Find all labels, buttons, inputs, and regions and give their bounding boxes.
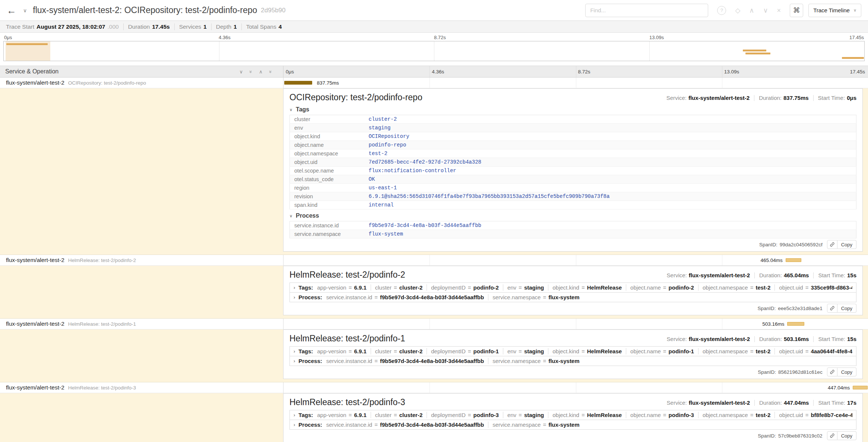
span-bar[interactable] bbox=[284, 81, 312, 85]
span-bar[interactable] bbox=[786, 258, 801, 262]
process-pair: service.instance.id=f9b5e97d-3cd4-4e8a-b… bbox=[326, 358, 488, 364]
help-icon[interactable]: ? bbox=[717, 6, 726, 15]
locate-icon[interactable]: ◇ bbox=[735, 7, 740, 14]
start-time-value: 15s bbox=[847, 336, 856, 342]
link-icon bbox=[830, 242, 835, 247]
timeline-collapse-controls: ∨ » ∧ » bbox=[240, 69, 272, 75]
process-value: f9b5e97d-3cd4-4e8a-b03f-3d44e5aaffbb bbox=[380, 294, 484, 300]
tag-pair: app-version=6.9.1 bbox=[316, 284, 371, 291]
tag-key: object.name bbox=[630, 412, 661, 418]
tags-label: Tags: bbox=[298, 348, 313, 354]
span-service-name: flux-system/alert-test-2 bbox=[6, 321, 64, 327]
tag-pair: env=staging bbox=[503, 348, 548, 354]
back-icon[interactable]: ← bbox=[7, 6, 16, 15]
process-value: f9b5e97d-3cd4-4e8a-b03f-3d44e5aaffbb bbox=[380, 422, 484, 428]
deep-link-button[interactable] bbox=[827, 431, 837, 440]
start-time-value: 0μs bbox=[847, 95, 856, 101]
timeline-header-left: Service & Operation ∨ » ∧ » bbox=[0, 66, 283, 77]
tag-key: cluster bbox=[290, 115, 364, 124]
process-summary-row[interactable]: › Process: service.instance.id=f9b5e97d-… bbox=[289, 356, 856, 366]
collapse-one-level-icon[interactable]: ∧ bbox=[259, 69, 263, 75]
tags-summary-row[interactable]: › Tags: app-version=6.9.1 cluster=cluste… bbox=[289, 346, 856, 356]
deep-link-button[interactable] bbox=[827, 240, 837, 249]
timeline-section: Service & Operation ∨ » ∧ » 0μs 4.36s 8.… bbox=[0, 66, 868, 442]
gridline bbox=[722, 255, 722, 265]
view-selector[interactable]: Trace Timeline ∨ bbox=[808, 4, 861, 17]
start-time-value: 17s bbox=[847, 400, 856, 406]
process-key: service.instance.id bbox=[290, 221, 364, 230]
tag-value: podinfo-3 bbox=[669, 412, 694, 418]
span-bar-cell[interactable]: 837.75ms bbox=[283, 78, 868, 88]
expand-one-level-icon[interactable]: ∨ bbox=[240, 69, 243, 75]
deep-link-button[interactable] bbox=[827, 367, 837, 376]
deep-link-button[interactable] bbox=[827, 304, 837, 313]
clear-search-icon[interactable]: × bbox=[777, 7, 781, 14]
process-key: service.instance.id bbox=[326, 294, 372, 300]
span-bar-cell[interactable]: 447.04ms bbox=[283, 382, 868, 393]
tag-key: object.namespace bbox=[703, 412, 748, 418]
trace-minimap[interactable] bbox=[3, 41, 865, 61]
tag-key: object.uid bbox=[290, 158, 364, 167]
next-result-icon[interactable]: ∨ bbox=[763, 7, 768, 14]
process-summary-row[interactable]: › Process: service.instance.id=f9b5e97d-… bbox=[289, 292, 856, 302]
tag-pair: object.name=podinfo-2 bbox=[626, 284, 698, 291]
process-value: f9b5e97d-3cd4-4e8a-b03f-3d44e5aaffbb bbox=[380, 358, 484, 364]
span-bar[interactable] bbox=[787, 322, 804, 326]
tag-row: object.name podinfo-repo bbox=[290, 141, 856, 149]
process-summary-row[interactable]: › Process: service.instance.id=f9b5e97d-… bbox=[289, 420, 856, 430]
process-section-toggle[interactable]: ∨ Process bbox=[289, 212, 856, 219]
span-name-cell[interactable]: flux-system/alert-test-2 HelmRelease: te… bbox=[0, 255, 283, 265]
copy-button[interactable]: Copy bbox=[837, 431, 856, 440]
spanid-label: SpanID: bbox=[757, 306, 776, 311]
collapse-all-icon[interactable]: » bbox=[268, 70, 273, 73]
span-bar[interactable] bbox=[853, 386, 868, 389]
minimap-span-line bbox=[6, 43, 48, 45]
span-bar-cell[interactable]: 465.04ms bbox=[283, 255, 868, 265]
tags-summary-row[interactable]: › Tags: app-version=6.9.1 cluster=cluste… bbox=[289, 282, 856, 293]
find-input[interactable] bbox=[585, 4, 708, 17]
depth-label: Depth bbox=[216, 23, 231, 30]
service-value: flux-system/alert-test-2 bbox=[689, 336, 750, 342]
services-label: Services bbox=[179, 23, 201, 30]
span-name-cell[interactable]: flux-system/alert-test-2 OCIRepository: … bbox=[0, 78, 283, 88]
span-name-cell[interactable]: flux-system/alert-test-2 HelmRelease: te… bbox=[0, 319, 283, 329]
expand-all-icon[interactable]: » bbox=[248, 70, 254, 73]
minimap-span-line bbox=[745, 53, 770, 54]
duration-label: Duration: bbox=[759, 336, 782, 342]
tag-pair: cluster=cluster-2 bbox=[371, 412, 427, 418]
equals-sign: = bbox=[582, 348, 585, 354]
copy-button[interactable]: Copy bbox=[837, 240, 856, 249]
span-bar-cell[interactable]: 503.16ms bbox=[283, 319, 868, 329]
timeline-ruler: 0μs 4.36s 8.72s 13.09s 17.45s bbox=[283, 66, 868, 77]
span-name-cell[interactable]: flux-system/alert-test-2 HelmRelease: te… bbox=[0, 382, 283, 393]
tag-row: otel.status_code OK bbox=[290, 175, 856, 184]
keyboard-shortcuts-button[interactable]: ⌘ bbox=[790, 4, 803, 17]
copy-button[interactable]: Copy bbox=[837, 304, 856, 313]
equals-sign: = bbox=[805, 348, 809, 354]
tags-section-toggle[interactable]: ∨ Tags bbox=[289, 106, 856, 113]
process-label: Process: bbox=[298, 358, 322, 364]
chevron-right-icon: › bbox=[294, 412, 295, 418]
tags-section-title: Tags bbox=[296, 106, 309, 113]
tag-pair: app-version=6.9.1 bbox=[316, 412, 371, 418]
copy-button[interactable]: Copy bbox=[837, 367, 856, 376]
tags-label: Tags: bbox=[298, 284, 313, 291]
span-detail-footer: SpanID: 99da2c04506592cf Copy bbox=[289, 240, 856, 249]
duration-label: Duration: bbox=[759, 95, 782, 101]
chevron-down-icon[interactable]: ∨ bbox=[23, 7, 27, 13]
chevron-down-icon: ∨ bbox=[289, 107, 292, 112]
tag-pair: object.namespace=test-2 bbox=[698, 284, 775, 291]
trace-start-value: August 27 2025, 18:02:07 bbox=[37, 23, 105, 30]
minimap-tick: 8.72s bbox=[434, 35, 446, 40]
tag-key: app-version bbox=[317, 412, 346, 418]
ruler-tick: 0μs bbox=[286, 69, 294, 75]
trace-duration: Duration 17.45s bbox=[124, 23, 175, 30]
tag-value: HelmRelease bbox=[587, 348, 622, 354]
gridline bbox=[430, 319, 430, 329]
meta-divider bbox=[754, 272, 755, 278]
tag-key: otel.status_code bbox=[290, 175, 364, 184]
tag-key: object.uid bbox=[779, 412, 803, 418]
tags-summary-row[interactable]: › Tags: app-version=6.9.1 cluster=cluste… bbox=[289, 410, 856, 420]
tag-key: object.kind bbox=[552, 348, 579, 354]
prev-result-icon[interactable]: ∧ bbox=[749, 7, 754, 14]
